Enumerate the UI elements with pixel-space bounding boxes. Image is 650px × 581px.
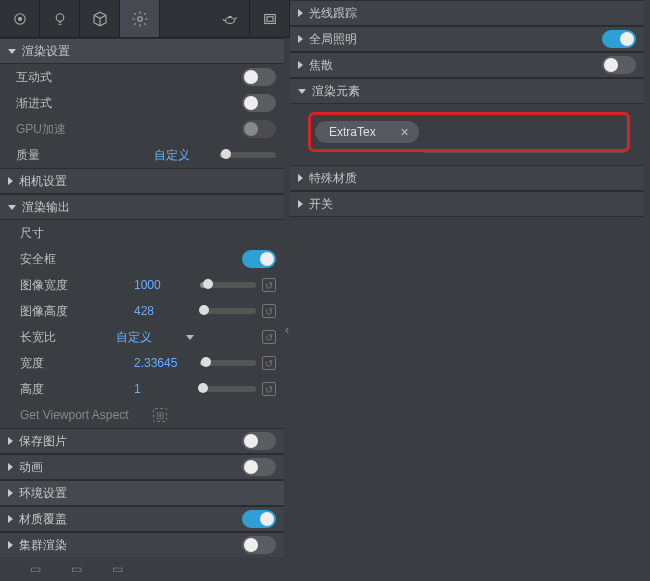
section-camera-settings[interactable]: 相机设置 [0,168,284,194]
section-special-mat[interactable]: 特殊材质 [290,165,644,191]
svg-rect-6 [267,16,273,21]
row-aspect-lock: 长宽比自定义↺ [0,324,284,350]
toggle-safe-frame[interactable] [242,250,276,268]
svg-point-3 [137,16,142,21]
tool-teapot-icon[interactable] [210,0,250,37]
section-label: 特殊材质 [309,170,357,187]
render-element-chip[interactable]: ExtraTex ✕ [315,121,419,143]
section-render-output[interactable]: 渲染输出 [0,194,284,220]
section-gi[interactable]: 全局照明 [290,26,644,52]
chevron-down-icon [8,49,16,54]
tool-gear-icon[interactable] [120,0,160,37]
toggle-animation[interactable] [242,458,276,476]
section-caustics[interactable]: 焦散 [290,52,644,78]
section-ray-trace[interactable]: 光线跟踪 [290,0,644,26]
svg-point-4 [225,17,234,23]
height-slider[interactable] [200,386,256,392]
toggle-caustics[interactable] [602,56,636,74]
footer-icon-1[interactable]: ▭ [30,562,41,576]
section-cluster-render[interactable]: 集群渲染 [0,532,284,557]
row-width: 宽度2.33645↺ [0,350,284,376]
reset-icon[interactable]: ↺ [262,304,276,318]
height-value[interactable]: 1 [134,382,194,396]
section-save-image[interactable]: 保存图片 [0,428,284,454]
section-animation[interactable]: 动画 [0,454,284,480]
svg-point-2 [56,13,64,21]
left-toolbar [0,0,290,38]
chevron-down-icon [298,89,306,94]
chevron-right-icon [298,35,303,43]
row-size: 尺寸 [0,220,284,246]
row-interactive: 互动式 [0,64,284,90]
width-slider[interactable] [200,360,256,366]
section-label: 渲染设置 [22,43,70,60]
toggle-progressive[interactable] [242,94,276,112]
tool-light-icon[interactable] [40,0,80,37]
toggle-save-image[interactable] [242,432,276,450]
img-height-value[interactable]: 428 [134,304,194,318]
section-label: 相机设置 [19,173,67,190]
section-label: 集群渲染 [19,537,67,554]
reset-icon[interactable]: ↺ [262,356,276,370]
quality-value[interactable]: 自定义 [154,147,214,164]
chevron-right-icon [298,61,303,69]
footer-icon-3[interactable]: ▭ [112,562,123,576]
highlighted-chip-area: ExtraTex ✕ [308,112,630,152]
row-safe-frame: 安全框 [0,246,284,272]
row-img-height: 图像高度428↺ [0,298,284,324]
tool-target-icon[interactable] [0,0,40,37]
footer-icons: ▭ ▭ ▭ [0,557,290,581]
svg-rect-5 [264,14,275,23]
section-mat-override[interactable]: 材质覆盖 [0,506,284,532]
row-viewport-aspect[interactable]: Get Viewport Aspect⊞ [0,402,284,428]
chevron-right-icon [298,200,303,208]
right-scroller[interactable]: 光线跟踪 全局照明 焦散 渲染元素 ExtraTex ✕ 特殊材质 开关 [290,0,650,581]
close-icon[interactable]: ✕ [400,126,409,139]
reset-icon[interactable]: ↺ [262,382,276,396]
section-label: 全局照明 [309,31,357,48]
width-value[interactable]: 2.33645 [134,356,194,370]
section-env-settings[interactable]: 环境设置 [0,480,284,506]
row-gpu: GPU加速 [0,116,284,142]
toggle-mat-override[interactable] [242,510,276,528]
row-height: 高度1↺ [0,376,284,402]
toggle-cluster-render[interactable] [242,536,276,554]
chip-underline [424,152,624,153]
right-panel: ‹ 光线跟踪 全局照明 焦散 渲染元素 ExtraTex ✕ 特殊材质 开关 [290,0,650,581]
tool-frame-icon[interactable] [250,0,290,37]
section-label: 开关 [309,196,333,213]
chevron-right-icon [8,541,13,549]
section-label: 焦散 [309,57,333,74]
section-render-settings[interactable]: 渲染设置 [0,38,284,64]
aspect-lock-value[interactable]: 自定义 [116,329,176,346]
quality-slider[interactable] [220,152,276,158]
toggle-interactive[interactable] [242,68,276,86]
left-scroller[interactable]: 渲染设置 互动式 渐进式 GPU加速 质量自定义 相机设置 渲染输出 尺寸 安全… [0,38,290,557]
chevron-right-icon [8,515,13,523]
img-width-value[interactable]: 1000 [134,278,194,292]
section-render-elements[interactable]: 渲染元素 [290,78,644,104]
section-label: 渲染元素 [312,83,360,100]
toggle-gi[interactable] [602,30,636,48]
tool-cube-icon[interactable] [80,0,120,37]
section-label: 动画 [19,459,43,476]
row-img-width: 图像宽度1000↺ [0,272,284,298]
chevron-right-icon [8,437,13,445]
footer-icon-2[interactable]: ▭ [71,562,82,576]
viewport-aspect-icon[interactable]: ⊞ [153,408,167,422]
chevron-right-icon [298,174,303,182]
row-progressive: 渐进式 [0,90,284,116]
reset-icon[interactable]: ↺ [262,278,276,292]
img-height-slider[interactable] [200,308,256,314]
section-label: 保存图片 [19,433,67,450]
reset-icon[interactable]: ↺ [262,330,276,344]
section-label: 材质覆盖 [19,511,67,528]
chevron-down-icon[interactable] [186,335,194,340]
collapse-handle[interactable]: ‹ [282,310,292,350]
section-switches[interactable]: 开关 [290,191,644,217]
img-width-slider[interactable] [200,282,256,288]
toggle-gpu[interactable] [242,120,276,138]
render-elements-body: ExtraTex ✕ [290,104,644,165]
section-label: 渲染输出 [22,199,70,216]
chevron-right-icon [8,177,13,185]
